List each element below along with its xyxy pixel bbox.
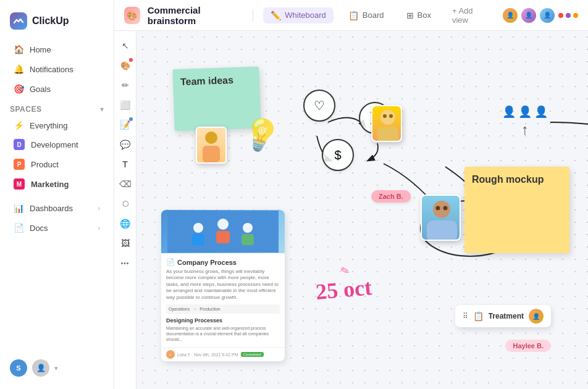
svg-point-8 (433, 201, 450, 218)
haylee-label-text: Haylee B. (513, 342, 544, 349)
tab-board[interactable]: 📋 Board (341, 7, 392, 23)
treatment-drag-icon: ⠿ (463, 312, 468, 320)
canvas-area: ↖ 🎨 ✏ ⬜ 📝 💬 T ⌫ ⬡ 🌐 🖼 ••• (114, 31, 588, 389)
sidebar-item-docs-label: Docs (30, 224, 48, 233)
dashboards-icon: 📊 (14, 203, 23, 213)
zach-label: Zach B. (371, 190, 411, 203)
left-toolbar: ↖ 🎨 ✏ ⬜ 📝 💬 T ⌫ ⬡ 🌐 🖼 ••• (114, 31, 136, 389)
sticky-note-rough-mockup[interactable]: Rough mockup (464, 167, 569, 253)
sticky-rough-mockup-text: Rough mockup (472, 174, 544, 185)
clickup-logo-icon (10, 12, 27, 30)
person-icon-1: 👤 (502, 105, 516, 119)
user-avatar[interactable]: S (10, 359, 27, 377)
zach-label-text: Zach B. (379, 193, 403, 200)
board-tab-icon: 📋 (348, 10, 359, 20)
topbar-avatar-3: 👤 (539, 7, 556, 24)
svg-point-17 (243, 223, 253, 233)
company-process-footer: L Leila T Nov 8th, 2021 6:42 PM Complete… (161, 347, 285, 361)
docs-icon: 📄 (14, 223, 23, 233)
spaces-collapse-icon[interactable]: ▾ (100, 105, 104, 114)
company-process-badge: Completed (241, 352, 264, 357)
treatment-card[interactable]: ⠿ 📋 Treatment 👤 (455, 305, 551, 327)
whiteboard-tab-icon: ✏️ (271, 10, 281, 20)
company-process-section-title: Designing Processes (166, 317, 280, 324)
sidebar-item-everything[interactable]: ⚡ Everything (4, 117, 110, 134)
company-process-author: Leila T (177, 353, 190, 357)
goals-icon: 🎯 (14, 84, 23, 94)
sidebar-item-development[interactable]: D Development (4, 135, 110, 154)
marketing-badge: M (14, 178, 25, 190)
sidebar-item-dashboards-label: Dashboards (30, 204, 73, 213)
board-tab-label: Board (363, 10, 384, 20)
people-group: 👤 👤 👤 ↑ (502, 105, 548, 138)
svg-point-15 (217, 219, 229, 230)
tool-eraser[interactable]: ⌫ (117, 175, 134, 193)
status-dot-orange (573, 13, 578, 18)
whiteboard-canvas[interactable]: Team ideas 💡 ♡ ⏳ $ (136, 31, 588, 389)
svg-point-4 (380, 110, 395, 125)
person-icon-3: 👤 (534, 105, 548, 119)
tab-divider-1 (253, 9, 253, 22)
sidebar-item-notifications[interactable]: 🔔 Notifications (4, 60, 110, 78)
secondary-avatar[interactable]: 👤 (32, 359, 49, 377)
add-view-button[interactable]: + Add view (446, 3, 494, 28)
treatment-icon: 📋 (473, 311, 484, 321)
tool-pen[interactable]: ✏ (117, 77, 134, 94)
sidebar-item-product-label: Product (31, 160, 59, 169)
sidebar-item-everything-label: Everything (30, 121, 67, 130)
sidebar-item-docs[interactable]: 📄 Docs › (4, 219, 110, 237)
sidebar-item-goals[interactable]: 🎯 Goals (4, 80, 110, 98)
treatment-label: Treatment (489, 312, 524, 320)
box-tab-icon: ⊞ (406, 10, 414, 20)
everything-icon: ⚡ (14, 120, 23, 130)
tab-whiteboard[interactable]: ✏️ Whiteboard (263, 7, 333, 23)
page-title: Commercial brainstorm (148, 5, 243, 26)
tool-text[interactable]: T (117, 156, 134, 173)
tool-cursor[interactable]: ↖ (117, 37, 134, 54)
tool-connect[interactable]: ⬡ (117, 195, 134, 212)
logo-area: ClickUp (0, 7, 114, 40)
page-icon: 🎨 (124, 7, 140, 24)
sidebar-item-dashboards[interactable]: 📊 Dashboards › (4, 199, 110, 217)
tool-globe[interactable]: 🌐 (117, 215, 134, 232)
sidebar-item-marketing[interactable]: M Marketing (4, 175, 110, 193)
sidebar-bottom: S 👤 ▾ (0, 354, 114, 382)
company-process-card[interactable]: 📄 Company Process As your business grows… (161, 210, 285, 361)
tool-comment[interactable]: 💬 (117, 136, 134, 153)
development-badge: D (14, 139, 25, 150)
person-card-small (196, 127, 227, 164)
add-view-label: + Add view (452, 6, 488, 25)
tool-more[interactable]: ••• (117, 254, 134, 272)
sidebar-item-development-label: Development (31, 140, 78, 149)
status-dot-purple (566, 13, 571, 18)
people-icons: 👤 👤 👤 (502, 105, 548, 119)
person-avatar-2 (421, 194, 461, 241)
tab-box[interactable]: ⊞ Box (399, 7, 439, 23)
sticky-team-ideas-text: Team ideas (180, 75, 234, 87)
company-process-body: 📄 Company Process As your business grows… (161, 253, 285, 347)
company-process-date: Nov 8th, 2021 6:42 PM (194, 353, 238, 357)
topbar-avatars: 👤 👤 👤 (502, 7, 578, 24)
lightbulb-sketch: 💡 (238, 113, 284, 157)
svg-point-13 (193, 223, 203, 233)
arrow-up-icon: ↑ (521, 121, 529, 138)
tool-paint[interactable]: 🎨 (117, 57, 134, 74)
svg-rect-14 (192, 234, 204, 245)
sidebar-item-home[interactable]: 🏠 Home (4, 40, 110, 59)
notifications-icon: 🔔 (14, 64, 23, 74)
company-process-flow: Operations → Production (166, 304, 280, 314)
user-menu-arrow[interactable]: ▾ (54, 364, 58, 372)
tool-sticky[interactable]: 📝 (117, 116, 134, 133)
dashboards-expand-icon: › (98, 204, 100, 212)
box-tab-label: Box (418, 10, 431, 20)
tool-shape[interactable]: ⬜ (117, 96, 134, 114)
whiteboard-tab-label: Whiteboard (285, 10, 326, 20)
svg-point-2 (205, 132, 217, 144)
date-annotation: 25 oct (314, 274, 372, 305)
haylee-label: Haylee B. (505, 340, 551, 352)
company-process-section-desc: Maintaining an accurate and well-organiz… (166, 325, 280, 342)
app-name: ClickUp (32, 15, 69, 27)
sidebar-item-product[interactable]: P Product (4, 155, 110, 174)
tool-image[interactable]: 🖼 (117, 235, 134, 252)
sidebar-item-goals-label: Goals (30, 85, 51, 94)
